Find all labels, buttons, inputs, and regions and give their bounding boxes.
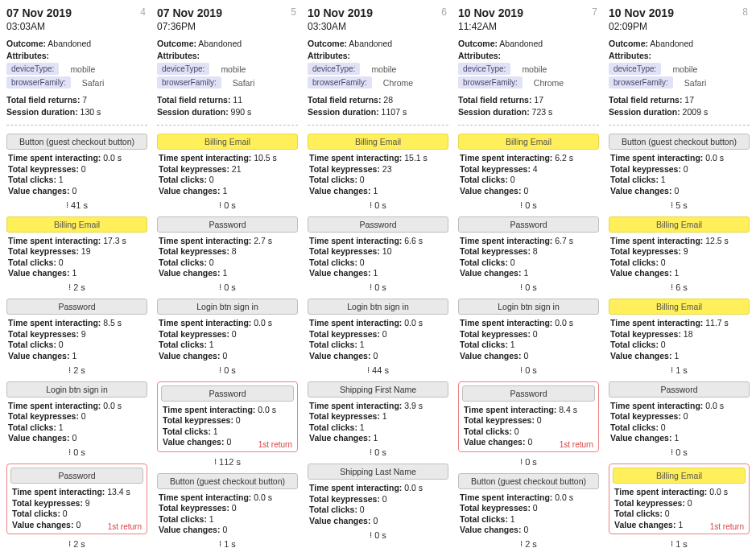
gap-icon: ⁞ [671, 447, 672, 456]
step-field-pill[interactable]: Password [157, 216, 298, 233]
browser-family-value: Chrome [534, 78, 564, 88]
step-field-pill[interactable]: Login btn sign in [308, 299, 448, 315]
step-field-pill[interactable]: Password [10, 468, 143, 484]
step-stat-tvc: Value changes: 1 [610, 351, 748, 361]
step-field-pill[interactable]: Button (guest checkout button) [157, 473, 298, 489]
outcome-line: Outcome: Abandoned [6, 39, 147, 48]
step-stat-tsi: Time spent interacting: 0.0 s [460, 492, 597, 502]
step-stat-tkp: Total keypresses: 0 [8, 164, 146, 174]
outcome-line: Outcome: Abandoned [157, 39, 298, 48]
gap-icon: ⁞ [520, 539, 522, 548]
step-stat-tvc: Value changes: 1 [159, 268, 296, 278]
step-stat-tsi: Time spent interacting: 3.9 s [309, 401, 447, 410]
step-stat-tvc: Value changes: 1 [309, 268, 447, 278]
step-stat-tcl: Total clicks: 0 [309, 175, 447, 184]
step-stat-tcl: Total clicks: 0 [159, 258, 296, 267]
step-stat-tcl: Total clicks: 1 [460, 340, 597, 349]
step-gap: ⁞41 s [6, 200, 147, 210]
attributes-label: Attributes: [308, 51, 448, 60]
device-type-value: mobile [221, 64, 246, 74]
step-field-pill[interactable]: Login btn sign in [157, 299, 298, 315]
step-stat-tcl: Total clicks: 0 [309, 505, 447, 514]
step-field-pill[interactable]: Button (guest checkout button) [458, 473, 599, 489]
device-type-chip: deviceType: [609, 63, 661, 75]
step-stat-tvc: Value changes: 1 [309, 433, 447, 443]
session-header: 10 Nov 2019603:30AM [308, 6, 448, 32]
return-tag: 1st return [108, 522, 142, 531]
step-stat-tkp: Total keypresses: 0 [460, 329, 597, 339]
step-field-pill[interactable]: Password [6, 299, 147, 315]
step-stat-tvc: Value changes: 0 [610, 186, 748, 196]
step-field-pill[interactable]: Password [161, 385, 294, 402]
session-time: 11:42AM [458, 21, 599, 32]
browser-family-chip: browserFamily: [308, 76, 372, 89]
step-stat-tcl: Total clicks: 1 [309, 340, 447, 349]
session-duration-line: Session duration: 130 s [6, 107, 147, 117]
step-gap: ⁞2 s [6, 282, 147, 292]
step-stat-tvc: Value changes: 1 [8, 268, 146, 278]
step-stat-tkp: Total keypresses: 0 [159, 503, 296, 513]
step-stat-tcl: Total clicks: 0 [12, 509, 142, 518]
step-field-pill[interactable]: Billing Email [6, 216, 147, 233]
step-stat-tkp: Total keypresses: 0 [309, 329, 447, 339]
session-column: 10 Nov 2019711:42AMOutcome: AbandonedAtt… [458, 6, 599, 548]
step-stat-tcl: Total clicks: 0 [460, 258, 597, 267]
return-tag: 1st return [258, 440, 292, 449]
step-stat-tsi: Time spent interacting: 13.4 s [12, 487, 142, 496]
divider [458, 125, 599, 126]
step-block: Billing EmailTime spent interacting: 17.… [6, 216, 147, 278]
step-stat-tsi: Time spent interacting: 12.5 s [610, 236, 748, 245]
step-field-pill[interactable]: Password [609, 381, 750, 398]
device-type-chip: deviceType: [308, 63, 360, 75]
step-field-pill[interactable]: Shipping Last Name [308, 464, 448, 480]
device-type-value: mobile [522, 64, 547, 74]
step-gap: ⁞0 s [308, 530, 448, 540]
session-date: 07 Nov 2019 [6, 6, 147, 19]
step-stat-tcl: Total clicks: 0 [610, 258, 748, 267]
step-field-pill[interactable]: Billing Email [609, 299, 750, 315]
field-returns-line: Total field returns: 7 [6, 95, 147, 105]
step-stat-tkp: Total keypresses: 9 [8, 329, 146, 339]
step-stat-tcl: Total clicks: 0 [464, 426, 593, 436]
step-stat-tvc: Value changes: 0 [460, 525, 597, 534]
step-field-pill[interactable]: Billing Email [613, 468, 746, 484]
step-field-pill[interactable]: Billing Email [308, 134, 448, 150]
step-stat-tsi: Time spent interacting: 0.0 s [8, 153, 146, 163]
step-block: PasswordTime spent interacting: 2.7 sTot… [157, 216, 298, 278]
attr-device-row: deviceType:mobile [157, 63, 298, 75]
step-field-pill[interactable]: Button (guest checkout button) [609, 134, 750, 150]
step-field-pill[interactable]: Password [462, 385, 595, 402]
device-type-value: mobile [371, 64, 396, 74]
session-number: 6 [441, 6, 447, 18]
step-field-pill[interactable]: Login btn sign in [6, 381, 147, 398]
step-field-pill[interactable]: Shipping First Name [308, 381, 448, 398]
step-field-pill[interactable]: Password [458, 216, 599, 233]
divider [157, 125, 298, 126]
step-field-pill[interactable]: Login btn sign in [458, 299, 599, 315]
step-field-pill[interactable]: Password [308, 216, 448, 233]
session-number: 4 [140, 6, 146, 18]
step-stat-tcl: Total clicks: 1 [159, 340, 296, 349]
step-stat-tkp: Total keypresses: 0 [610, 164, 748, 174]
attr-device-row: deviceType:mobile [6, 63, 147, 75]
gap-icon: ⁞ [370, 447, 371, 456]
step-field-pill[interactable]: Billing Email [609, 216, 750, 233]
step-gap: ⁞0 s [6, 447, 147, 457]
step-block: Billing EmailTime spent interacting: 10.… [157, 134, 298, 196]
session-duration-line: Session duration: 723 s [458, 107, 599, 117]
attr-device-row: deviceType:mobile [609, 63, 750, 75]
step-stat-tkp: Total keypresses: 8 [460, 246, 597, 256]
step-field-pill[interactable]: Button (guest checkout button) [6, 134, 147, 150]
step-block: Button (guest checkout button)Time spent… [458, 473, 599, 535]
step-block: Button (guest checkout button)Time spent… [157, 473, 298, 535]
gap-icon: ⁞ [68, 365, 70, 374]
step-block: Login btn sign inTime spent interacting:… [308, 299, 448, 361]
session-header: 07 Nov 2019403:03AM [6, 6, 147, 32]
step-stat-tkp: Total keypresses: 0 [610, 411, 748, 421]
step-gap: ⁞0 s [157, 200, 298, 210]
session-duration-line: Session duration: 1107 s [308, 107, 448, 117]
step-stat-tvc: Value changes: 0 [309, 516, 447, 525]
step-field-pill[interactable]: Billing Email [157, 134, 298, 150]
step-field-pill[interactable]: Billing Email [458, 134, 599, 150]
return-tag: 1st return [710, 522, 744, 531]
